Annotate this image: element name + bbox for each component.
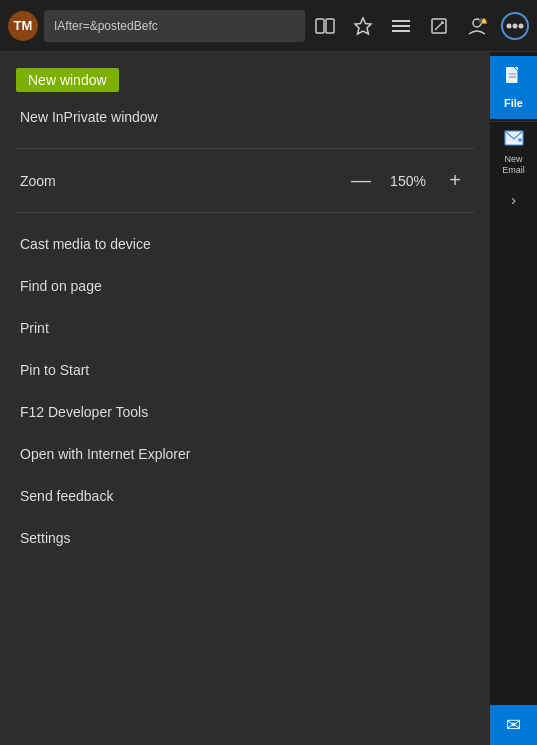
more-dots-icon[interactable] [501, 12, 529, 40]
new-email-button[interactable]: NewEmail [490, 121, 537, 184]
expand-arrow[interactable]: › [511, 192, 516, 208]
bottom-email-button[interactable]: ✉ [490, 705, 537, 745]
svg-point-15 [519, 23, 524, 28]
svg-point-13 [507, 23, 512, 28]
send-feedback-button[interactable]: Send feedback [0, 475, 490, 517]
settings-button[interactable]: Settings [0, 517, 490, 559]
favorites-icon[interactable] [349, 12, 377, 40]
svg-marker-2 [355, 18, 371, 34]
find-on-page-button[interactable]: Find on page [0, 265, 490, 307]
dropdown-menu: New window New InPrivate window Zoom — 1… [0, 52, 490, 745]
avatar[interactable]: TM [8, 11, 38, 41]
divider-2 [16, 212, 474, 213]
menu-lines-icon[interactable] [387, 12, 415, 40]
cast-media-button[interactable]: Cast media to device [0, 223, 490, 265]
email-compose-icon [504, 130, 524, 150]
pin-to-start-button[interactable]: Pin to Start [0, 349, 490, 391]
zoom-minus-button[interactable]: — [346, 169, 376, 192]
zoom-control: Zoom — 150% + [0, 159, 490, 202]
bottom-email-icon: ✉ [506, 714, 521, 736]
open-ie-button[interactable]: Open with Internet Explorer [0, 433, 490, 475]
devtools-button[interactable]: F12 Developer Tools [0, 391, 490, 433]
profile-icon[interactable]: 🔔 [463, 12, 491, 40]
browser-toolbar: TM IAfter=&postedBefc [0, 0, 537, 52]
reader-icon[interactable] [311, 12, 339, 40]
main-area: New window New InPrivate window Zoom — 1… [0, 52, 537, 745]
toolbar-icons: 🔔 [311, 12, 529, 40]
divider-1 [16, 148, 474, 149]
file-label: File [504, 97, 523, 109]
print-button[interactable]: Print [0, 307, 490, 349]
new-email-label: NewEmail [502, 154, 525, 176]
svg-point-14 [513, 23, 518, 28]
url-bar[interactable]: IAfter=&postedBefc [44, 10, 305, 42]
new-window-button[interactable]: New window [0, 64, 490, 96]
svg-line-7 [435, 22, 443, 30]
svg-rect-1 [326, 19, 334, 33]
file-icon [503, 66, 525, 93]
zoom-plus-button[interactable]: + [440, 169, 470, 192]
svg-rect-0 [316, 19, 324, 33]
right-sidebar: File NewEmail › ✉ [490, 52, 537, 745]
edit-icon[interactable] [425, 12, 453, 40]
file-button[interactable]: File [490, 56, 537, 119]
svg-text:🔔: 🔔 [481, 18, 488, 25]
zoom-value: 150% [388, 173, 428, 189]
new-inprivate-button[interactable]: New InPrivate window [0, 96, 490, 138]
